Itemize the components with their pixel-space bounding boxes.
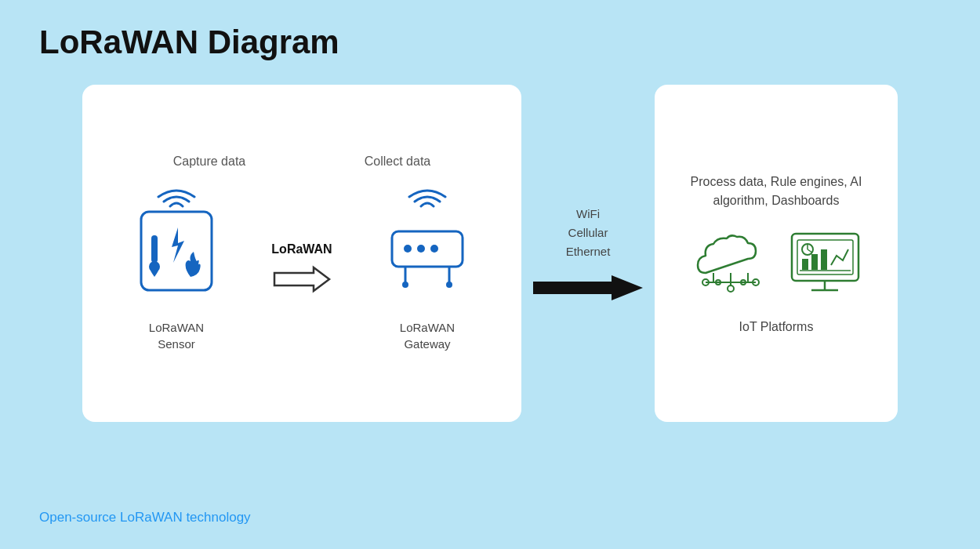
cloud-icon — [690, 226, 772, 296]
footer-link[interactable]: Open-source LoRaWAN technology — [39, 510, 251, 525]
svg-point-12 — [446, 282, 452, 288]
platform-label: IoT Platforms — [739, 320, 814, 334]
ethernet-label: Ethernet — [566, 242, 611, 261]
monitor-icon — [788, 226, 862, 296]
capture-label: Capture data — [173, 155, 246, 169]
svg-marker-13 — [533, 275, 643, 300]
svg-point-8 — [430, 245, 438, 253]
cellular-label: Cellular — [566, 224, 611, 242]
svg-rect-26 — [802, 259, 808, 270]
left-panel: Capture data Collect data — [82, 85, 521, 422]
svg-rect-2 — [151, 235, 158, 263]
lorawan-arrow-icon — [270, 264, 333, 295]
sensor-label: LoRaWAN Sensor — [149, 319, 204, 352]
svg-rect-27 — [811, 254, 818, 270]
platform-description: Process data, Rule engines, AI algorithm… — [686, 173, 866, 210]
svg-marker-3 — [172, 227, 184, 263]
svg-rect-5 — [392, 231, 463, 267]
middle-connection: WiFi Cellular Ethernet — [521, 205, 655, 302]
gateway-label: LoRaWAN Gateway — [400, 319, 455, 352]
svg-point-6 — [404, 245, 412, 253]
svg-marker-4 — [274, 267, 329, 291]
lorawan-label: LoRaWAN — [271, 242, 332, 256]
page-title: LoRaWAN Diagram — [0, 0, 980, 77]
svg-point-11 — [402, 282, 408, 288]
svg-point-19 — [728, 285, 734, 292]
main-arrow-icon — [533, 274, 643, 302]
svg-line-32 — [808, 249, 812, 253]
collect-label: Collect data — [365, 155, 431, 169]
svg-point-7 — [417, 245, 425, 253]
sensor-icon — [129, 184, 223, 302]
wifi-label: WiFi — [566, 205, 611, 224]
right-panel: Process data, Rule engines, AI algorithm… — [655, 85, 898, 422]
gateway-icon — [380, 184, 474, 302]
svg-rect-28 — [821, 249, 827, 270]
